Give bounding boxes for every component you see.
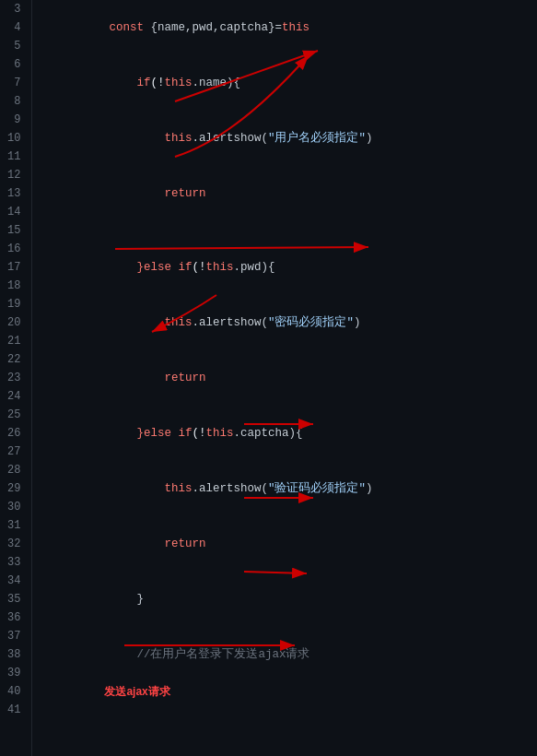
code-lines: const {name,pwd,captcha}=this if(!this.n… bbox=[32, 0, 537, 756]
code-line-14: //在用户名登录下发送ajax请求 发送ajax请求 bbox=[40, 627, 530, 738]
code-line-11: this.alertshow("验证码必须指定") bbox=[40, 461, 530, 516]
code-editor: 3 4 5 6 7 8 9 10 11 12 13 14 15 16 17 18… bbox=[0, 0, 537, 756]
code-line-6: return bbox=[40, 166, 530, 240]
code-line-3: const {name,pwd,captcha}=this bbox=[40, 0, 530, 55]
code-line-12: return bbox=[40, 516, 530, 572]
code-line-8: this.alertshow("密码必须指定") bbox=[40, 295, 530, 350]
line-numbers: 3 4 5 6 7 8 9 10 11 12 13 14 15 16 17 18… bbox=[0, 0, 32, 756]
code-line-9: return bbox=[40, 350, 530, 406]
code-line-5: this.alertshow("用户名必须指定") bbox=[40, 111, 530, 166]
code-line-7: }else if(!this.pwd){ bbox=[40, 240, 530, 295]
code-line-13: } bbox=[40, 572, 530, 627]
code-line-10: }else if(!this.captcha){ bbox=[40, 406, 530, 461]
code-line-4: if(!this.name){ bbox=[40, 55, 530, 111]
code-line-15: result= await reqPwdLogin({name,pwd,capt… bbox=[40, 738, 530, 756]
